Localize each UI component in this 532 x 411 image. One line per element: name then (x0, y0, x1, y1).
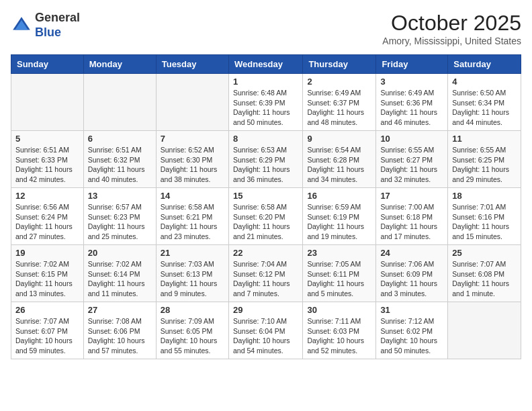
day-info: Sunrise: 7:02 AM Sunset: 6:14 PM Dayligh… (88, 259, 152, 299)
week-row-1: 1Sunrise: 6:48 AM Sunset: 6:39 PM Daylig… (11, 74, 521, 131)
weekday-wednesday: Wednesday (228, 55, 302, 74)
day-number: 21 (161, 248, 224, 258)
day-cell: 7Sunrise: 6:52 AM Sunset: 6:30 PM Daylig… (156, 131, 228, 188)
day-number: 3 (380, 77, 443, 87)
day-cell: 10Sunrise: 6:55 AM Sunset: 6:27 PM Dayli… (376, 131, 448, 188)
day-number: 7 (161, 134, 224, 144)
day-info: Sunrise: 7:10 AM Sunset: 6:04 PM Dayligh… (233, 316, 298, 356)
day-cell: 4Sunrise: 6:50 AM Sunset: 6:34 PM Daylig… (448, 74, 521, 131)
logo: General Blue (11, 11, 80, 40)
day-cell: 31Sunrise: 7:12 AM Sunset: 6:02 PM Dayli… (376, 302, 448, 359)
day-info: Sunrise: 7:02 AM Sunset: 6:15 PM Dayligh… (15, 259, 79, 299)
day-info: Sunrise: 6:53 AM Sunset: 6:29 PM Dayligh… (233, 145, 298, 185)
day-cell: 11Sunrise: 6:55 AM Sunset: 6:25 PM Dayli… (448, 131, 521, 188)
day-info: Sunrise: 6:58 AM Sunset: 6:21 PM Dayligh… (161, 202, 224, 242)
day-number: 18 (452, 191, 517, 201)
day-info: Sunrise: 7:05 AM Sunset: 6:11 PM Dayligh… (307, 259, 371, 299)
day-number: 13 (88, 191, 152, 201)
day-info: Sunrise: 6:51 AM Sunset: 6:32 PM Dayligh… (88, 145, 152, 185)
title-block: October 2025 Amory, Mississippi, United … (382, 11, 521, 46)
day-cell: 26Sunrise: 7:07 AM Sunset: 6:07 PM Dayli… (11, 302, 84, 359)
day-cell: 30Sunrise: 7:11 AM Sunset: 6:03 PM Dayli… (303, 302, 376, 359)
day-cell (11, 74, 84, 131)
day-cell: 14Sunrise: 6:58 AM Sunset: 6:21 PM Dayli… (156, 188, 228, 245)
week-row-3: 12Sunrise: 6:56 AM Sunset: 6:24 PM Dayli… (11, 188, 521, 245)
weekday-tuesday: Tuesday (156, 55, 228, 74)
day-info: Sunrise: 6:55 AM Sunset: 6:27 PM Dayligh… (380, 145, 443, 185)
week-row-2: 5Sunrise: 6:51 AM Sunset: 6:33 PM Daylig… (11, 131, 521, 188)
day-number: 12 (15, 191, 79, 201)
day-info: Sunrise: 6:48 AM Sunset: 6:39 PM Dayligh… (233, 88, 298, 128)
day-number: 25 (452, 248, 517, 258)
day-info: Sunrise: 7:06 AM Sunset: 6:09 PM Dayligh… (380, 259, 443, 299)
day-number: 2 (307, 77, 371, 87)
day-cell: 29Sunrise: 7:10 AM Sunset: 6:04 PM Dayli… (228, 302, 302, 359)
week-row-5: 26Sunrise: 7:07 AM Sunset: 6:07 PM Dayli… (11, 302, 521, 359)
day-info: Sunrise: 7:01 AM Sunset: 6:16 PM Dayligh… (452, 202, 517, 242)
day-info: Sunrise: 6:49 AM Sunset: 6:36 PM Dayligh… (380, 88, 443, 128)
day-cell: 3Sunrise: 6:49 AM Sunset: 6:36 PM Daylig… (376, 74, 448, 131)
day-info: Sunrise: 6:57 AM Sunset: 6:23 PM Dayligh… (88, 202, 152, 242)
day-info: Sunrise: 7:11 AM Sunset: 6:03 PM Dayligh… (307, 316, 371, 356)
logo-text: General Blue (35, 11, 80, 40)
day-info: Sunrise: 7:03 AM Sunset: 6:13 PM Dayligh… (161, 259, 224, 299)
location: Amory, Mississippi, United States (382, 36, 521, 46)
weekday-friday: Friday (376, 55, 448, 74)
day-info: Sunrise: 6:52 AM Sunset: 6:30 PM Dayligh… (161, 145, 224, 185)
day-cell (448, 302, 521, 359)
day-number: 26 (15, 305, 79, 315)
day-number: 22 (233, 248, 298, 258)
day-number: 31 (380, 305, 443, 315)
day-number: 14 (161, 191, 224, 201)
month-title: October 2025 (382, 11, 521, 36)
day-cell: 19Sunrise: 7:02 AM Sunset: 6:15 PM Dayli… (11, 245, 84, 302)
day-info: Sunrise: 6:55 AM Sunset: 6:25 PM Dayligh… (452, 145, 517, 185)
day-info: Sunrise: 6:59 AM Sunset: 6:19 PM Dayligh… (307, 202, 371, 242)
day-info: Sunrise: 6:56 AM Sunset: 6:24 PM Dayligh… (15, 202, 79, 242)
day-info: Sunrise: 7:00 AM Sunset: 6:18 PM Dayligh… (380, 202, 443, 242)
day-info: Sunrise: 6:49 AM Sunset: 6:37 PM Dayligh… (307, 88, 371, 128)
day-number: 17 (380, 191, 443, 201)
weekday-sunday: Sunday (11, 55, 84, 74)
day-cell: 1Sunrise: 6:48 AM Sunset: 6:39 PM Daylig… (228, 74, 302, 131)
day-cell: 25Sunrise: 7:07 AM Sunset: 6:08 PM Dayli… (448, 245, 521, 302)
day-info: Sunrise: 6:58 AM Sunset: 6:20 PM Dayligh… (233, 202, 298, 242)
day-number: 11 (452, 134, 517, 144)
day-number: 27 (88, 305, 152, 315)
day-cell: 6Sunrise: 6:51 AM Sunset: 6:32 PM Daylig… (83, 131, 156, 188)
day-info: Sunrise: 7:08 AM Sunset: 6:06 PM Dayligh… (88, 316, 152, 356)
weekday-thursday: Thursday (303, 55, 376, 74)
day-number: 8 (233, 134, 298, 144)
weekday-header-row: SundayMondayTuesdayWednesdayThursdayFrid… (11, 55, 521, 74)
day-info: Sunrise: 7:07 AM Sunset: 6:07 PM Dayligh… (15, 316, 79, 356)
day-cell: 20Sunrise: 7:02 AM Sunset: 6:14 PM Dayli… (83, 245, 156, 302)
day-number: 10 (380, 134, 443, 144)
weekday-monday: Monday (83, 55, 156, 74)
day-number: 9 (307, 134, 371, 144)
day-cell: 13Sunrise: 6:57 AM Sunset: 6:23 PM Dayli… (83, 188, 156, 245)
day-number: 16 (307, 191, 371, 201)
day-cell: 15Sunrise: 6:58 AM Sunset: 6:20 PM Dayli… (228, 188, 302, 245)
day-cell: 5Sunrise: 6:51 AM Sunset: 6:33 PM Daylig… (11, 131, 84, 188)
day-number: 6 (88, 134, 152, 144)
day-info: Sunrise: 7:12 AM Sunset: 6:02 PM Dayligh… (380, 316, 443, 356)
day-cell: 9Sunrise: 6:54 AM Sunset: 6:28 PM Daylig… (303, 131, 376, 188)
day-cell: 23Sunrise: 7:05 AM Sunset: 6:11 PM Dayli… (303, 245, 376, 302)
day-number: 4 (452, 77, 517, 87)
day-number: 5 (15, 134, 79, 144)
day-cell (156, 74, 228, 131)
day-number: 28 (161, 305, 224, 315)
day-cell: 2Sunrise: 6:49 AM Sunset: 6:37 PM Daylig… (303, 74, 376, 131)
week-row-4: 19Sunrise: 7:02 AM Sunset: 6:15 PM Dayli… (11, 245, 521, 302)
day-cell: 16Sunrise: 6:59 AM Sunset: 6:19 PM Dayli… (303, 188, 376, 245)
day-cell: 27Sunrise: 7:08 AM Sunset: 6:06 PM Dayli… (83, 302, 156, 359)
day-cell: 28Sunrise: 7:09 AM Sunset: 6:05 PM Dayli… (156, 302, 228, 359)
day-cell: 24Sunrise: 7:06 AM Sunset: 6:09 PM Dayli… (376, 245, 448, 302)
weekday-saturday: Saturday (448, 55, 521, 74)
day-number: 30 (307, 305, 371, 315)
day-cell: 21Sunrise: 7:03 AM Sunset: 6:13 PM Dayli… (156, 245, 228, 302)
day-cell (83, 74, 156, 131)
day-number: 15 (233, 191, 298, 201)
day-info: Sunrise: 7:09 AM Sunset: 6:05 PM Dayligh… (161, 316, 224, 356)
day-info: Sunrise: 6:50 AM Sunset: 6:34 PM Dayligh… (452, 88, 517, 128)
